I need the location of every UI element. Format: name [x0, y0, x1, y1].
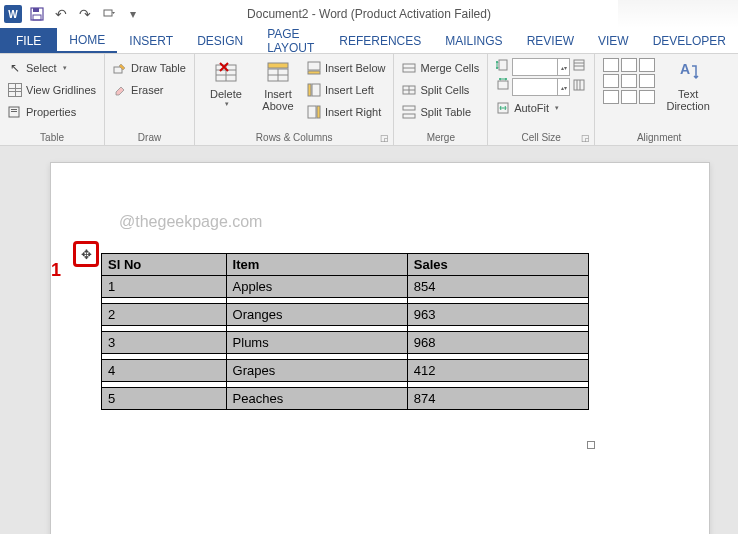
svg-rect-17	[308, 71, 320, 74]
dialog-launcher-icon[interactable]: ◲	[380, 133, 389, 143]
properties-icon	[8, 105, 22, 119]
align-bottom-right[interactable]	[639, 90, 655, 104]
insert-left-button[interactable]: Insert Left	[307, 80, 386, 100]
split-table-button[interactable]: Split Table	[402, 102, 479, 122]
document-page[interactable]: @thegeekpage.com 1 ✥ Sl No Item Sales 1A…	[50, 162, 710, 534]
tab-developer[interactable]: DEVELOPER	[641, 28, 738, 53]
table-cell[interactable]: 412	[407, 360, 588, 382]
svg-rect-28	[403, 114, 415, 118]
save-icon[interactable]	[28, 5, 46, 23]
tab-view[interactable]: VIEW	[586, 28, 641, 53]
table-cell[interactable]: Plums	[226, 332, 407, 354]
select-button[interactable]: ↖Select▾	[8, 58, 96, 78]
table-header-row[interactable]: Sl No Item Sales	[102, 254, 589, 276]
eraser-button[interactable]: Eraser	[113, 80, 186, 100]
tab-review[interactable]: REVIEW	[515, 28, 586, 53]
chevron-down-icon: ▾	[63, 64, 67, 72]
tab-home[interactable]: HOME	[57, 28, 117, 53]
table-cell[interactable]: 854	[407, 276, 588, 298]
width-input[interactable]: ▴▾	[512, 78, 570, 96]
table-cell[interactable]: 963	[407, 304, 588, 326]
align-top-center[interactable]	[621, 58, 637, 72]
table-resize-handle[interactable]	[587, 441, 595, 449]
insert-above-button[interactable]: Insert Above	[255, 58, 301, 112]
table-cell[interactable]: 874	[407, 388, 588, 410]
spinner-arrows-icon[interactable]: ▴▾	[557, 59, 569, 75]
spinner-arrows-icon[interactable]: ▴▾	[557, 79, 569, 95]
insert-above-label: Insert Above	[255, 88, 301, 112]
svg-rect-2	[33, 15, 41, 20]
insert-left-icon	[307, 83, 321, 97]
pencil-icon	[113, 61, 127, 75]
table-row[interactable]: 4Grapes412	[102, 360, 589, 382]
svg-rect-18	[312, 84, 320, 96]
table-cell[interactable]: 5	[102, 388, 227, 410]
draw-table-label: Draw Table	[131, 62, 186, 74]
col-header[interactable]: Item	[226, 254, 407, 276]
text-direction-label: Text Direction	[661, 88, 715, 112]
tab-design[interactable]: DESIGN	[185, 28, 255, 53]
view-gridlines-label: View Gridlines	[26, 84, 96, 96]
distribute-cols-icon[interactable]	[572, 78, 586, 96]
table-cell[interactable]: 3	[102, 332, 227, 354]
table-cell[interactable]: Peaches	[226, 388, 407, 410]
dialog-launcher-icon[interactable]: ◲	[581, 133, 590, 143]
qat-dropdown-icon[interactable]: ▾	[124, 5, 142, 23]
cursor-icon: ↖	[8, 61, 22, 75]
table-row[interactable]: 1Apples854	[102, 276, 589, 298]
ribbon-tabs: FILE HOME INSERT DESIGN PAGE LAYOUT REFE…	[0, 28, 738, 54]
split-table-icon	[402, 105, 416, 119]
delete-button[interactable]: Delete▾	[203, 58, 249, 108]
insert-right-button[interactable]: Insert Right	[307, 102, 386, 122]
col-header[interactable]: Sales	[407, 254, 588, 276]
table-row[interactable]: 5Peaches874	[102, 388, 589, 410]
align-top-right[interactable]	[639, 58, 655, 72]
table-cell[interactable]: 1	[102, 276, 227, 298]
table-move-handle-icon[interactable]: ✥	[81, 248, 92, 261]
undo-button[interactable]: ↶	[52, 5, 70, 23]
ribbon: ↖Select▾ View Gridlines Properties Table…	[0, 54, 738, 146]
view-gridlines-button[interactable]: View Gridlines	[8, 80, 96, 100]
properties-button[interactable]: Properties	[8, 102, 96, 122]
autofit-button[interactable]: AutoFit▾	[496, 98, 586, 118]
distribute-rows-icon[interactable]	[572, 58, 586, 76]
align-middle-right[interactable]	[639, 74, 655, 88]
table-cell[interactable]: 2	[102, 304, 227, 326]
table-cell[interactable]: Grapes	[226, 360, 407, 382]
insert-below-button[interactable]: Insert Below	[307, 58, 386, 78]
align-bottom-center[interactable]	[621, 90, 637, 104]
table-row[interactable]: 2Oranges963	[102, 304, 589, 326]
table-cell[interactable]: Oranges	[226, 304, 407, 326]
svg-rect-15	[268, 63, 288, 68]
tab-page-layout[interactable]: PAGE LAYOUT	[255, 28, 327, 53]
data-table[interactable]: Sl No Item Sales 1Apples8542Oranges9633P…	[101, 253, 589, 410]
annotation-box: ✥	[73, 241, 99, 267]
height-input[interactable]: ▴▾	[512, 58, 570, 76]
select-label: Select	[26, 62, 57, 74]
align-middle-left[interactable]	[603, 74, 619, 88]
align-top-left[interactable]	[603, 58, 619, 72]
svg-rect-16	[308, 62, 320, 70]
svg-rect-3	[104, 10, 112, 16]
align-bottom-left[interactable]	[603, 90, 619, 104]
autofit-label: AutoFit	[514, 102, 549, 114]
tab-mailings[interactable]: MAILINGS	[433, 28, 514, 53]
tab-references[interactable]: REFERENCES	[327, 28, 433, 53]
table-cell[interactable]: Apples	[226, 276, 407, 298]
table-cell[interactable]: 4	[102, 360, 227, 382]
table-row[interactable]: 3Plums968	[102, 332, 589, 354]
col-header[interactable]: Sl No	[102, 254, 227, 276]
draw-table-button[interactable]: Draw Table	[113, 58, 186, 78]
qat-customize-icon[interactable]	[100, 5, 118, 23]
align-middle-center[interactable]	[621, 74, 637, 88]
svg-rect-20	[308, 106, 316, 118]
merge-cells-button[interactable]: Merge Cells	[402, 58, 479, 78]
watermark-text: @thegeekpage.com	[119, 213, 262, 231]
redo-button[interactable]: ↷	[76, 5, 94, 23]
text-direction-button[interactable]: A Text Direction	[661, 58, 715, 112]
insert-above-icon	[264, 58, 292, 86]
split-cells-button[interactable]: Split Cells	[402, 80, 479, 100]
table-cell[interactable]: 968	[407, 332, 588, 354]
tab-file[interactable]: FILE	[0, 28, 57, 53]
tab-insert[interactable]: INSERT	[117, 28, 185, 53]
